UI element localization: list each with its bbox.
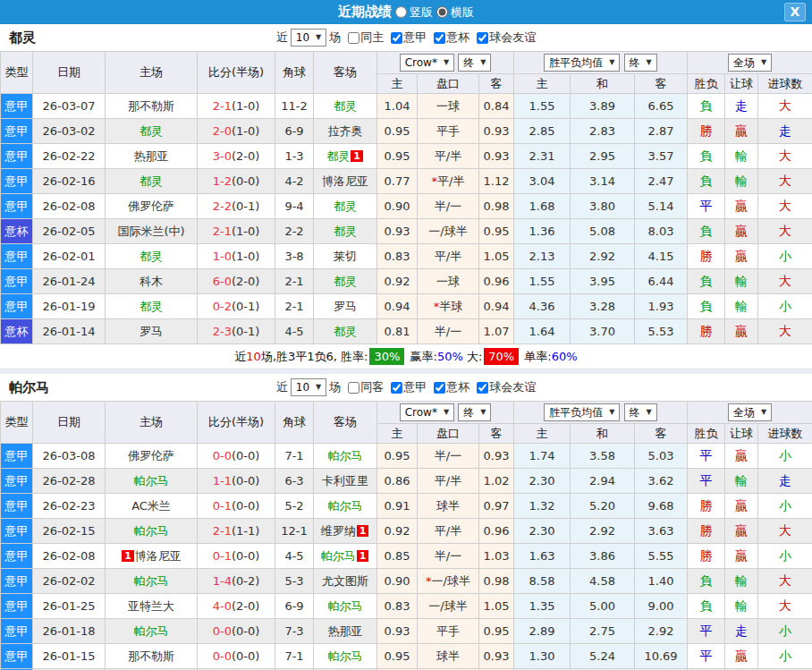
match-count-select[interactable]: 10▼ xyxy=(291,29,326,47)
handicap-label: 半/一 xyxy=(435,549,461,563)
goals-result-cell: 走 xyxy=(758,469,812,494)
bookmaker-select-value: Crow* xyxy=(405,55,437,70)
odds-away-cell: 0.95 xyxy=(479,219,514,244)
away-team-cell: 卡利亚里 xyxy=(314,469,377,494)
league-checkbox-friendly-input[interactable] xyxy=(477,32,488,44)
fulltime-score: 0-0 xyxy=(213,649,232,663)
goals-result-cell: 小 xyxy=(758,619,812,644)
league-checkbox-serie-a-input[interactable] xyxy=(391,32,402,44)
team-label: 都灵 xyxy=(140,250,163,263)
table-row: 意甲26-01-25亚特兰大4-0(2-0)6-9帕尔马0.83一/球半1.05… xyxy=(1,594,812,619)
time-select[interactable]: 终▼ xyxy=(624,403,657,421)
fulltime-score: 2-1 xyxy=(213,524,232,538)
league-checkbox-serie-a-input[interactable] xyxy=(391,382,402,394)
scope-select[interactable]: 全场▼ xyxy=(728,403,772,421)
avg-home-cell: 1.64 xyxy=(514,319,571,344)
odds-away-cell: 1.05 xyxy=(479,244,514,269)
odds-home-cell: 0.86 xyxy=(377,469,418,494)
avg-away-cell: 2.47 xyxy=(635,169,688,194)
league-checkbox-cup[interactable]: 意杯 xyxy=(429,30,469,46)
team-label: 热那亚 xyxy=(328,624,363,638)
avg-draw-cell: 3.80 xyxy=(571,194,635,219)
league-checkbox-cup[interactable]: 意杯 xyxy=(429,379,469,395)
avg-type-select-value: 胜平负均值 xyxy=(549,55,603,70)
layout-radio-horizontal-input[interactable] xyxy=(436,6,448,18)
result-cell: 勝 xyxy=(688,244,725,269)
corner-cell: 2-1 xyxy=(275,294,314,319)
column-header: 角球 xyxy=(275,402,314,444)
avg-type-select[interactable]: 胜平负均值▼ xyxy=(544,54,620,72)
avg-home-cell: 1.74 xyxy=(514,444,571,469)
score-cell: 1-1(0-0) xyxy=(198,469,275,494)
chevron-down-icon: ▼ xyxy=(609,405,614,420)
league-checkbox-friendly[interactable]: 球会友谊 xyxy=(472,30,536,46)
league-badge: 意甲 xyxy=(1,244,33,269)
handicap-result-cell: 輸 xyxy=(725,569,758,594)
time-select-value: 终 xyxy=(463,405,474,420)
sub-column-header: 盘口 xyxy=(418,74,479,94)
handicap-cell: 一/球半 xyxy=(418,594,479,619)
halftime-score: (1-1) xyxy=(232,524,259,538)
goals-result-cell: 小 xyxy=(758,644,812,669)
close-icon[interactable]: X xyxy=(784,3,806,21)
team-label: 佛罗伦萨 xyxy=(128,449,174,462)
layout-radio-horizontal[interactable]: 横版 xyxy=(436,4,474,21)
result-cell: 勝 xyxy=(688,119,725,144)
score-cell: 2-2(0-1) xyxy=(198,194,275,219)
same-venue-checkbox[interactable]: 同客 xyxy=(343,379,384,395)
league-checkbox-friendly[interactable]: 球会友谊 xyxy=(472,379,536,395)
avg-type-select[interactable]: 胜平负均值▼ xyxy=(544,403,620,421)
time-select[interactable]: 终▼ xyxy=(458,403,491,421)
summary-part: 单率: xyxy=(520,349,552,365)
league-checkbox-friendly-input[interactable] xyxy=(477,382,488,394)
home-team-cell: 帕尔马 xyxy=(106,569,198,594)
league-checkbox-cup-input[interactable] xyxy=(434,32,445,44)
handicap-result-cell: 贏 xyxy=(725,219,758,244)
handicap-label: 一/球半 xyxy=(428,225,467,238)
handicap-result-cell: 輸 xyxy=(725,294,758,319)
team-label: 帕尔马 xyxy=(134,574,169,588)
team-label: 那不勒斯 xyxy=(128,649,174,663)
time-select[interactable]: 终▼ xyxy=(624,54,657,72)
table-row: 意甲26-02-23AC米兰0-1(0-0)5-2帕尔马0.91球半0.971.… xyxy=(1,494,812,519)
league-badge: 意甲 xyxy=(1,444,33,469)
layout-radio-vertical-input[interactable] xyxy=(395,6,407,18)
handicap-cell: 半/一 xyxy=(418,444,479,469)
avg-home-cell: 3.04 xyxy=(514,169,571,194)
table-row: 意甲26-03-08佛罗伦萨0-0(0-0)7-1帕尔马0.95半/一0.931… xyxy=(1,444,812,469)
handicap-label: 一/球半 xyxy=(428,599,467,613)
avg-home-cell: 2.30 xyxy=(514,469,571,494)
avg-away-cell: 6.44 xyxy=(635,269,688,294)
away-team-cell: 博洛尼亚 xyxy=(314,169,377,194)
league-checkbox-cup-input[interactable] xyxy=(434,382,445,394)
layout-radio-vertical[interactable]: 竖版 xyxy=(395,4,433,21)
goals-result-cell: 大 xyxy=(758,194,812,219)
result-cell: 平 xyxy=(688,194,725,219)
handicap-label: 一球 xyxy=(436,275,460,288)
league-checkbox-serie-a[interactable]: 意甲 xyxy=(386,379,427,395)
bookmaker-select[interactable]: Crow*▼ xyxy=(400,54,454,72)
avg-away-cell: 1.93 xyxy=(635,294,688,319)
bookmaker-select[interactable]: Crow*▼ xyxy=(400,403,454,421)
odds-home-cell: 0.95 xyxy=(377,444,418,469)
corner-cell: 1-3 xyxy=(275,144,314,169)
goals-result-cell: 大 xyxy=(758,94,812,119)
date-cell: 26-02-05 xyxy=(33,219,106,244)
summary-part: 30% xyxy=(369,348,404,365)
league-checkbox-serie-a[interactable]: 意甲 xyxy=(386,30,427,46)
home-team-cell: 帕尔马 xyxy=(106,469,198,494)
league-badge: 意甲 xyxy=(1,194,33,219)
goals-result-cell: 大 xyxy=(758,169,812,194)
team-label: 都灵 xyxy=(334,325,357,338)
team-label: 热那亚 xyxy=(134,149,169,163)
handicap-result-cell: 贏 xyxy=(725,319,758,344)
avg-draw-cell: 5.20 xyxy=(571,494,635,519)
match-count-select[interactable]: 10▼ xyxy=(291,378,326,396)
handicap-result-cell: 輸 xyxy=(725,469,758,494)
same-venue-checkbox-input[interactable] xyxy=(348,382,359,394)
time-select[interactable]: 终▼ xyxy=(458,54,491,72)
same-venue-checkbox[interactable]: 同主 xyxy=(343,30,384,46)
halftime-score: (1-0) xyxy=(232,99,259,113)
same-venue-checkbox-input[interactable] xyxy=(348,32,359,44)
scope-select[interactable]: 全场▼ xyxy=(728,54,772,72)
